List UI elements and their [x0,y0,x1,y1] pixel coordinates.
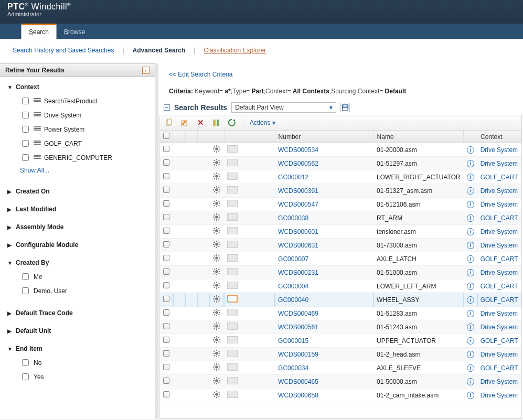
gear-icon[interactable] [213,160,220,168]
facet-checkbox[interactable] [22,140,29,147]
link-search-history[interactable]: Search History and Saved Searches [13,47,114,54]
table-row[interactable]: WCDS00056101-51243.asmiDrive System [160,320,521,334]
info-icon[interactable]: i [467,296,474,304]
part-number-link[interactable]: GC000012 [278,174,308,181]
row-checkbox[interactable] [163,241,169,247]
edit-search-criteria-link[interactable]: << Edit Search Criteria [158,71,523,78]
thumbnail-icon[interactable] [227,282,238,289]
gear-icon[interactable] [213,351,220,359]
gear-icon[interactable] [213,338,220,345]
row-checkbox[interactable] [163,378,169,384]
info-icon[interactable]: i [467,310,474,317]
gear-icon[interactable] [213,297,220,304]
info-icon[interactable]: i [467,228,474,235]
info-icon[interactable]: i [467,392,474,399]
checkbox-icon[interactable] [163,133,169,139]
gear-icon[interactable] [213,379,220,386]
info-icon[interactable]: i [467,242,474,249]
facet-checkbox[interactable] [22,98,29,104]
row-checkbox[interactable] [163,364,169,370]
copy-button[interactable] [164,118,174,127]
row-checkbox[interactable] [163,309,169,316]
context-link[interactable]: GOLF_CART [481,283,518,290]
gear-icon[interactable] [213,256,220,263]
context-link[interactable]: Drive System [481,392,518,399]
table-row[interactable]: WCDS00015901-2_head.asmiDrive System [160,348,521,361]
table-row[interactable]: WCDS00056201-51297.asmiDrive System [160,157,521,170]
gear-icon[interactable] [213,283,220,290]
table-row[interactable]: GC000038RT_ARMiGOLF_CART [160,211,521,225]
table-row[interactable]: GC000012LOWER_RIGHT_ACTUATORiGOLF_CART [160,170,521,184]
facet-context-header[interactable]: ▼ Context [7,81,147,93]
context-link[interactable]: GOLF_CART [481,174,518,181]
part-number-link[interactable]: WCDS000601 [278,228,318,235]
table-row[interactable]: WCDS000601tensioner.asmiDrive System [160,225,521,239]
table-row[interactable]: WCDS00063101-73000.asmiDrive System [160,239,521,252]
context-link[interactable]: Drive System [481,242,518,249]
link-advanced-search[interactable]: Advanced Search [133,47,186,54]
gear-icon[interactable] [213,310,220,318]
select-all-header[interactable] [160,131,173,143]
facet-end-item-item[interactable]: Yes [20,370,147,384]
facet-checkbox[interactable] [22,359,29,366]
info-icon[interactable]: i [467,269,474,276]
gear-icon[interactable] [213,270,220,277]
part-number-link[interactable]: WCDS000469 [278,310,318,317]
facet-checkbox[interactable] [22,287,29,294]
table-row[interactable]: WCDS00046901-51283.asmiDrive System [160,307,521,320]
facet-assembly-mode-header[interactable]: ▶ Assembly Mode [7,221,147,233]
context-link[interactable]: Drive System [481,269,518,276]
facet-context-item[interactable]: Power System [20,122,147,136]
gear-icon[interactable] [213,188,220,195]
facet-end-item-item[interactable]: No [20,356,147,370]
table-row[interactable]: WCDS00046501-50000.asmiDrive System [160,375,521,389]
part-number-link[interactable]: WCDS000534 [278,146,318,154]
facet-default-unit-header[interactable]: ▶ Default Unit [7,325,147,337]
thumbnail-icon[interactable] [227,377,238,384]
row-checkbox[interactable] [163,187,169,193]
info-icon[interactable]: i [467,174,474,181]
part-number-link[interactable]: WCDS000658 [278,392,318,399]
row-checkbox[interactable] [163,228,169,234]
info-icon[interactable]: i [467,337,474,344]
row-checkbox[interactable] [163,391,169,397]
part-number-link[interactable]: GC000015 [278,337,308,344]
table-row[interactable]: GC000015UPPER_ACTUATORiGOLF_CART [160,334,521,348]
thumbnail-icon[interactable] [227,159,238,166]
table-row[interactable]: WCDS00039101-51327_asm.asmiDrive System [160,184,521,198]
gear-icon[interactable] [213,242,220,250]
table-row[interactable]: WCDS00023101-51000.asmiDrive System [160,266,521,279]
context-link[interactable]: Drive System [481,201,518,208]
facet-created-by-header[interactable]: ▼ Created By [7,257,147,268]
thumbnail-icon[interactable] [227,391,238,398]
thumbnail-icon[interactable] [227,227,238,234]
row-checkbox[interactable] [163,214,169,220]
actions-menu[interactable]: Actions ▾ [250,119,275,126]
table-row[interactable]: GC000034AXLE_SLEEVEiGOLF_CART [160,361,521,375]
save-view-button[interactable] [340,103,350,112]
context-link[interactable]: Drive System [481,310,518,317]
collapse-panel-icon[interactable]: ‹ [142,67,150,74]
facet-configurable-module-header[interactable]: ▶ Configurable Module [7,239,147,251]
info-icon[interactable]: i [467,214,474,222]
row-checkbox[interactable] [163,255,169,261]
row-checkbox[interactable] [163,173,169,179]
facet-checkbox[interactable] [22,126,29,133]
facet-context-item[interactable]: GOLF_CART [20,136,147,150]
results-grid-wrap[interactable]: Number Name Context WCDS00053401-20000.a… [159,130,522,419]
context-link[interactable]: GOLF_CART [481,364,518,372]
gear-icon[interactable] [213,392,220,400]
part-number-link[interactable]: GC000038 [278,214,308,222]
gear-icon[interactable] [213,365,220,372]
context-link[interactable]: GOLF_CART [481,337,518,344]
context-link[interactable]: Drive System [481,351,518,358]
row-checkbox[interactable] [163,337,169,343]
part-number-link[interactable]: GC000007 [278,255,308,263]
collapse-section-icon[interactable]: − [164,104,170,111]
gear-icon[interactable] [213,174,220,181]
table-row[interactable]: WCDS00065801-2_cam_intake.asmiDrive Syst… [160,389,521,402]
info-icon[interactable]: i [467,378,474,385]
table-row[interactable]: GC000040WHEEL_ASSYiGOLF_CART [160,293,521,307]
context-link[interactable]: GOLF_CART [481,296,518,304]
thumbnail-icon[interactable] [227,145,238,153]
